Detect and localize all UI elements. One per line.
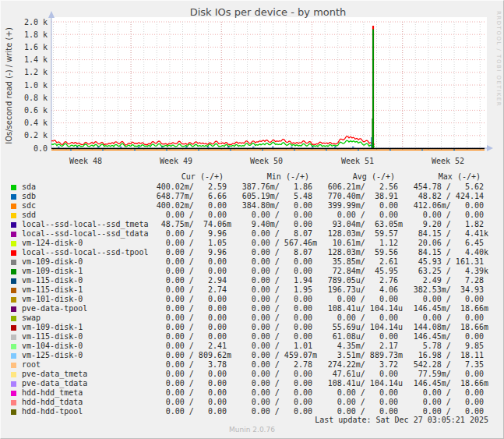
legend-swatch xyxy=(11,260,16,265)
legend-value-avg: 606.21m/ 2.56 xyxy=(317,182,403,192)
legend-header-row: Cur (-/+) Min (-/+) Avg (-/+) Max (-/+) xyxy=(0,172,504,182)
legend-rows: sda400.02m/ 2.59 387.76m/ 1.86 606.21m/ … xyxy=(0,182,504,416)
legend-row: local--ssd-local--ssd_tmeta 48.75m/ 74.0… xyxy=(0,220,504,229)
legend-value-avg: 3.51m/ 889.73m xyxy=(317,351,403,360)
legend-value-avg: 93.04m/ 63.05m xyxy=(317,220,403,229)
svg-text:1.4 k: 1.4 k xyxy=(24,55,48,64)
legend-row: local--ssd-local--ssd_tdata 0.00 / 9.96 … xyxy=(0,229,504,239)
legend-swatch xyxy=(11,185,16,190)
legend-swatch xyxy=(11,335,16,340)
legend-value-avg: 0.00 / 0.00 xyxy=(317,211,403,220)
legend-value-cur: 0.00 / 0.00 xyxy=(146,211,231,220)
legend-header-spacer xyxy=(11,175,16,180)
legend-value-max: 146.45m/ 18.66m xyxy=(403,304,488,313)
legend-value-cur: 400.02m/ 0.00 xyxy=(146,201,231,211)
svg-text:0.2 k: 0.2 k xyxy=(24,131,48,140)
legend-row: pve-data_tmeta 0.00 / 0.00 0.00 / 0.00 4… xyxy=(0,370,504,379)
legend-value-avg: 0.00 / 0.00 xyxy=(317,388,403,398)
svg-text:1.6 k: 1.6 k xyxy=(24,43,48,51)
legend-swatch xyxy=(11,250,16,256)
legend-value-avg: 55.69u/ 104.14u xyxy=(317,323,403,332)
legend-device-label: sdc xyxy=(22,201,146,211)
legend-device-label: vm-109-disk-1 xyxy=(22,323,146,332)
legend-row: sdb648.77m/ 6.66 605.19m/ 5.48 770.40m/ … xyxy=(0,192,504,201)
legend-value-min: 0.00 / 0.00 xyxy=(231,257,317,267)
legend-swatch xyxy=(11,353,16,359)
legend-value-cur: 0.00 / 3.78 xyxy=(146,360,231,370)
legend-value-avg: 35.85m/ 2.61 xyxy=(317,257,403,267)
legend-device-label: vm-104-disk-0 xyxy=(22,342,146,351)
legend-value-cur: 0.00 / 0.00 xyxy=(146,398,231,407)
legend-swatch xyxy=(11,269,16,274)
legend-value-max: 9.20 / 1.82 xyxy=(403,220,488,229)
legend-value-min: 0.00 / 0.00 xyxy=(231,313,317,323)
svg-text:Week 49: Week 49 xyxy=(160,157,192,165)
svg-text:2.0 k: 2.0 k xyxy=(24,18,48,27)
legend-value-cur: 0.00 / 0.00 xyxy=(146,323,231,332)
legend-value-max: 0.00 / 0.00 xyxy=(403,295,488,304)
legend-value-cur: 0.00 / 2.41 xyxy=(146,342,231,351)
legend-value-min: 0.00 / 0.00 xyxy=(231,398,317,407)
svg-text:Week 52: Week 52 xyxy=(432,157,464,165)
legend-device-label: local--ssd-local--ssd-tpool xyxy=(22,248,146,257)
legend-row: sdc400.02m/ 0.00 384.80m/ 0.00 399.99m/ … xyxy=(0,201,504,211)
legend-value-max: 542.28 / 7.35 xyxy=(403,360,488,370)
last-update-text: Last update: Sat Dec 27 03:05:21 2025 xyxy=(0,416,488,424)
legend-value-min: 0.00 / 0.00 xyxy=(231,304,317,313)
legend-header-min: Min (-/+) xyxy=(231,172,317,182)
svg-text:1.8 k: 1.8 k xyxy=(24,30,48,39)
legend-row: swap 0.00 / 0.00 0.00 / 0.00 0.00 / 0.00… xyxy=(0,313,504,323)
legend-swatch xyxy=(11,297,16,303)
legend-value-min: 0.00 / 8.07 xyxy=(231,229,317,239)
legend-swatch xyxy=(11,213,16,218)
legend-value-max: 382.53m/ 34.93 xyxy=(403,285,488,295)
legend-value-max: 0.00 / 0.00 xyxy=(403,211,488,220)
legend-value-cur: 0.00 / 1.05 xyxy=(146,239,231,248)
legend-value-max: 63.25 / 4.39k xyxy=(403,267,488,276)
legend-value-max: 16.98 / 18.11 xyxy=(403,351,488,360)
legend-device-label: hdd-hdd_tdata xyxy=(22,398,146,407)
svg-text:Week 51: Week 51 xyxy=(341,157,374,165)
legend-value-min: 0.00 / 1.94 xyxy=(231,276,317,285)
legend-value-cur: 0.00 / 0.00 xyxy=(146,332,231,342)
legend-row: vm-109-disk-1 0.00 / 0.00 0.00 / 0.00 55… xyxy=(0,323,504,332)
legend-value-avg: 108.41u/ 104.14u xyxy=(317,379,403,388)
legend-value-max: 84.15 / 4.41k xyxy=(403,229,488,239)
legend-row: local--ssd-local--ssd-tpool 0.00 / 9.96 … xyxy=(0,248,504,257)
legend-value-min: 384.80m/ 0.00 xyxy=(231,201,317,211)
legend-value-max: 77.59m/ 0.00 xyxy=(403,370,488,379)
svg-text:Week 50: Week 50 xyxy=(250,157,283,165)
legend-row: vm-115-disk-1 0.00 / 2.74 0.00 / 1.95 19… xyxy=(0,285,504,295)
disk-io-chart: 2.0 k1.8 k1.6 k1.4 k1.2 k1.0 k0.8 k0.6 k… xyxy=(0,0,504,172)
legend-value-max: 0.00 / 0.00 xyxy=(403,388,488,398)
legend-value-avg: 128.03m/ 59.56 xyxy=(317,248,403,257)
legend-swatch xyxy=(11,325,16,331)
legend-row: vm-101-disk-0 0.00 / 0.00 0.00 / 0.00 0.… xyxy=(0,295,504,304)
legend-value-max: 20.06 / 6.45 xyxy=(403,239,488,248)
svg-text:0.6 k: 0.6 k xyxy=(24,106,48,115)
legend-value-max: 146.45m/ 18.66m xyxy=(403,379,488,388)
legend-device-label: vm-125-disk-0 xyxy=(22,351,146,360)
legend-value-max: 45.93 / 161.31 xyxy=(403,257,488,267)
y-axis-label: IOs/second read (-) / write (+) xyxy=(5,12,14,160)
rrdtool-watermark: RRDTOOL / TOBI OETIKER xyxy=(495,11,502,107)
legend-device-label: hdd-hdd_tmeta xyxy=(22,388,146,398)
legend-value-max: 84.15 / 4.40k xyxy=(403,248,488,257)
svg-text:0.4 k: 0.4 k xyxy=(24,119,48,127)
legend-swatch xyxy=(11,372,16,377)
legend-value-cur: 0.00 / 0.00 xyxy=(146,304,231,313)
legend-swatch xyxy=(11,306,16,312)
legend-swatch xyxy=(11,409,16,415)
legend-value-avg: 72.84m/ 45.95 xyxy=(317,267,403,276)
legend-value-cur: 0.00 / 0.00 xyxy=(146,370,231,379)
legend-value-avg: 61.08u/ 0.00 xyxy=(317,332,403,342)
legend-value-min: 0.00 / 1.01 xyxy=(231,342,317,351)
legend-swatch xyxy=(11,344,16,349)
legend-row: sdd 0.00 / 0.00 0.00 / 0.00 0.00 / 0.00 … xyxy=(0,211,504,220)
legend-swatch xyxy=(11,288,16,293)
legend-value-avg: 10.61m/ 1.12 xyxy=(317,239,403,248)
legend-swatch xyxy=(11,381,16,387)
legend-device-label: sdb xyxy=(22,192,146,201)
legend-value-min: 605.19m/ 5.48 xyxy=(231,192,317,201)
legend-row: sda400.02m/ 2.59 387.76m/ 1.86 606.21m/ … xyxy=(0,182,504,192)
